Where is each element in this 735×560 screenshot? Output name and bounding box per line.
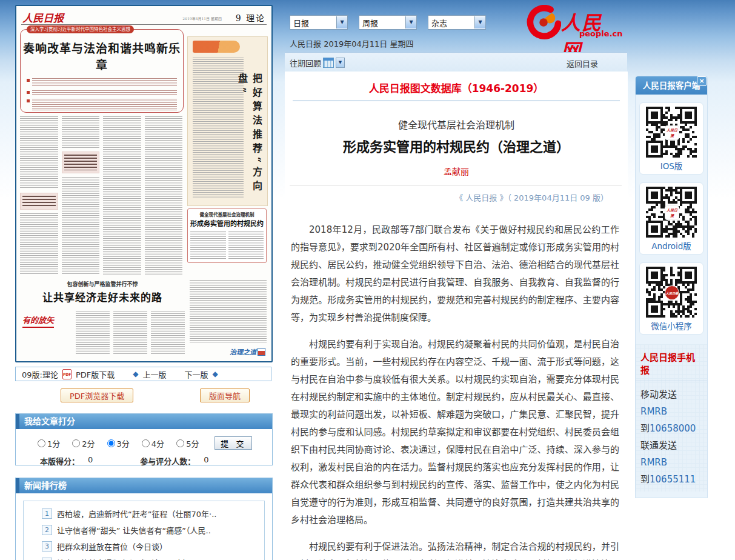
mobile-paper-header: 人民日报手机报 xyxy=(636,349,707,381)
article-paragraph: 村规民约要有利于实现自治。村规民约凝聚着村民的共同价值观，是村民自治的重要形式。… xyxy=(291,336,619,529)
newspaper-mini-page: 人民日报 2019年4月11日 星期四 9 理论 深入学习贯彻习近平新时代中国特… xyxy=(16,6,271,361)
wechat-miniapp-link[interactable]: 微信小程序 xyxy=(642,319,700,332)
ios-version-link[interactable]: IOS版 xyxy=(642,159,700,172)
qr-code-wechat: 人民日报 xyxy=(646,267,697,318)
article-paragraph: 村规民约要有利于促进法治。弘扬法治精神，制定合法合规的村规民约，并引导村民认真履… xyxy=(291,538,619,560)
next-page-link[interactable]: 下一版 xyxy=(185,368,208,380)
android-version-link[interactable]: Android版 xyxy=(642,239,700,252)
rating-option-2[interactable]: 2分 xyxy=(72,438,95,449)
issue-date-line: 人民日报 2019年04月11日 星期四 xyxy=(290,38,413,49)
rating-radio-4[interactable] xyxy=(142,439,150,447)
app-sidebar: 人民日报客户端 × 人民日报 IOS版 人民日报 Android版 人民日报 微… xyxy=(635,76,708,498)
page: 人民日报 2019年4月11日 星期四 9 理论 深入学习贯彻习近平新时代中国特… xyxy=(0,0,735,560)
ranking-item[interactable]: 2让守信者得“甜头” 让失信者有“痛感”（人民.. xyxy=(42,524,259,536)
newspaper-main-headline: 奏响改革与法治和谐共鸣新乐章 xyxy=(21,39,183,72)
divider xyxy=(290,185,622,186)
prev-diamond-icon: ◆ xyxy=(133,370,138,378)
qr-code-android: 人民日报 xyxy=(646,187,697,238)
pdf-browser-download-button[interactable]: PDF浏览器下载 xyxy=(61,388,133,402)
prev-page-link[interactable]: 上一版 xyxy=(143,368,167,380)
rating-option-1[interactable]: 1分 xyxy=(38,438,60,449)
newspaper-right-column: 把好算法推荐“方向盘” xyxy=(187,36,268,206)
ranking-item[interactable]: 3把群众利益放在首位（今日谈） xyxy=(42,540,259,552)
rating-option-5[interactable]: 5分 xyxy=(176,438,199,449)
article-area: 人民日报图文数据库（1946-2019） 健全现代基层社会治理机制 形成务实管用… xyxy=(285,72,628,560)
seal-icon xyxy=(258,348,265,356)
newspaper-feature-box: 深入学习贯彻习近平新时代中国特色社会主义思想 奏响改革与法治和谐共鸣新乐章 xyxy=(20,29,184,113)
people-cn-swirl-icon xyxy=(526,5,561,40)
newspaper-page-number: 9 理论 xyxy=(236,12,265,24)
rating-score-row: 本版得分： 0 参与评分人数： 0 xyxy=(16,450,272,467)
chevron-down-icon[interactable]: ▼ xyxy=(336,16,347,28)
newspaper-current-article-box[interactable]: 健全现代基层社会治理机制 形成务实管用的村规民约 xyxy=(187,208,267,263)
logo-domain: people.cn xyxy=(579,29,623,38)
rating-option-4[interactable]: 4分 xyxy=(142,438,164,449)
article-kicker: 健全现代基层社会治理机制 xyxy=(285,117,628,132)
article-source: 《 人民日报 》（ 2019年04月11日 09 版） xyxy=(285,192,608,203)
app-sidebar-header: 人民日报客户端 × xyxy=(636,76,707,95)
rating-panel: 我给文章打分 1分 2分 3分 4分 5分 提 交 本版得分： 0 参与评分人数… xyxy=(15,413,273,465)
calendar-dropdown-arrow[interactable]: ▼ xyxy=(336,58,345,68)
qr-card-wechat: 人民日报 微信小程序 xyxy=(639,262,703,335)
publication-selects: 日报▼ 周报▼ 杂志▼ xyxy=(290,15,486,30)
ranking-list: 1西柏坡，启迪新时代“赶考”征程（壮丽70年·.. 2让守信者得“甜头” 让失信… xyxy=(23,501,265,560)
rating-radio-3[interactable] xyxy=(107,439,115,447)
people-daily-badge-icon: 人民日报 xyxy=(665,285,679,300)
back-to-toc-link[interactable]: 返回目录 xyxy=(567,58,598,69)
newspaper-box-title: 形成务实管用的村规民约 xyxy=(190,218,264,228)
magazine-select[interactable]: 杂志▼ xyxy=(428,15,486,30)
rating-radio-5[interactable] xyxy=(176,439,184,447)
people-cn-logo[interactable]: 人民网 people.cn xyxy=(526,5,617,40)
ranking-panel-header: 新闻排行榜 xyxy=(16,478,272,493)
mobile-paper-section: 人民日报手机报 移动发送RMRB 到10658000 联通发送RMRB 到106… xyxy=(636,344,707,492)
submit-rating-button[interactable]: 提 交 xyxy=(215,436,252,450)
count-value: 0 xyxy=(204,455,208,467)
close-icon[interactable]: × xyxy=(697,76,707,86)
ranking-item[interactable]: 4让文明的甘泉浸润人心（评论员观察） xyxy=(42,556,259,560)
newspaper-summary-bullets xyxy=(27,78,177,111)
rating-panel-header: 我给文章打分 xyxy=(16,414,272,429)
rating-radio-2[interactable] xyxy=(72,439,80,447)
newspaper-box-kicker: 健全现代基层社会治理机制 xyxy=(190,211,264,218)
pdf-download-link[interactable]: PDF版下载 xyxy=(76,368,115,380)
next-diamond-icon: ◆ xyxy=(213,370,218,378)
chevron-down-icon[interactable]: ▼ xyxy=(405,16,416,28)
column-logo xyxy=(193,41,240,53)
page-navigation-button[interactable]: 版面导航 xyxy=(200,388,250,402)
download-buttons-row: PDF浏览器下载 版面导航 xyxy=(15,388,271,403)
rating-option-3[interactable]: 3分 xyxy=(107,438,130,449)
article-paragraph: 2018年12月，民政部等7部门联合发布《关于做好村规民约和居民公约工作的指导意… xyxy=(291,221,619,327)
people-daily-badge-icon: 人民日报 xyxy=(665,205,679,220)
newspaper-bottom-section: 包容创新与严格监管并行不悖 让共享经济走好未来的路 有的放矢 治理之道 xyxy=(20,280,267,356)
database-title: 人民日报图文数据库（1946-2019） xyxy=(293,72,620,101)
mobile-paper-instructions: 移动发送RMRB 到10658000 联通发送RMRB 到10655111 xyxy=(636,381,707,488)
weekly-select[interactable]: 周报▼ xyxy=(359,15,417,30)
score-label: 本版得分： xyxy=(40,455,79,467)
ranking-item[interactable]: 1西柏坡，启迪新时代“赶考”征程（壮丽70年·.. xyxy=(42,507,259,519)
rating-radio-1[interactable] xyxy=(38,439,45,447)
page-label: 09版:理论 xyxy=(22,368,58,380)
rating-options: 1分 2分 3分 4分 5分 提 交 xyxy=(16,429,272,450)
qr-card-android: 人民日报 Android版 xyxy=(639,182,703,255)
newspaper-date: 2019年4月11日 星期四 xyxy=(182,16,222,21)
news-ranking-panel: 新闻排行榜 1西柏坡，启迪新时代“赶考”征程（壮丽70年·.. 2让守信者得“甜… xyxy=(15,478,273,560)
page-toolbar: 09版:理论 PDF PDF版下载 ◆ 上一版 下一版 ◆ xyxy=(15,367,271,381)
people-daily-badge-icon: 人民日报 xyxy=(665,125,679,140)
count-label: 参与评分人数： xyxy=(140,455,195,467)
newspaper-ydfs-logo: 有的放矢 xyxy=(22,314,54,328)
newspaper-share-kicker: 包容创新与严格监管并行不悖 xyxy=(20,280,185,288)
newspaper-vertical-headline: 把好算法推荐“方向盘” xyxy=(234,73,264,205)
newspaper-share-headline: 让共享经济走好未来的路 xyxy=(20,289,185,304)
chevron-down-icon[interactable]: ▼ xyxy=(474,16,485,28)
daily-select[interactable]: 日报▼ xyxy=(290,15,348,30)
prev-issues-label[interactable]: 往期回顾 xyxy=(290,57,321,68)
calendar-icon[interactable] xyxy=(323,58,334,68)
issue-nav-row: 往期回顾 ▼ 返回目录 xyxy=(285,53,627,72)
article-title: 形成务实管用的村规民约（治理之道） xyxy=(285,136,628,155)
newspaper-page-preview[interactable]: 人民日报 2019年4月11日 星期四 9 理论 深入学习贯彻习近平新时代中国特… xyxy=(15,5,273,362)
pdf-icon: PDF xyxy=(62,369,72,379)
qr-code-ios: 人民日报 xyxy=(646,107,697,158)
qr-card-ios: 人民日报 IOS版 xyxy=(639,102,703,175)
newspaper-stamp: 治理之道 xyxy=(230,347,265,356)
newspaper-masthead: 人民日报 xyxy=(22,10,64,25)
